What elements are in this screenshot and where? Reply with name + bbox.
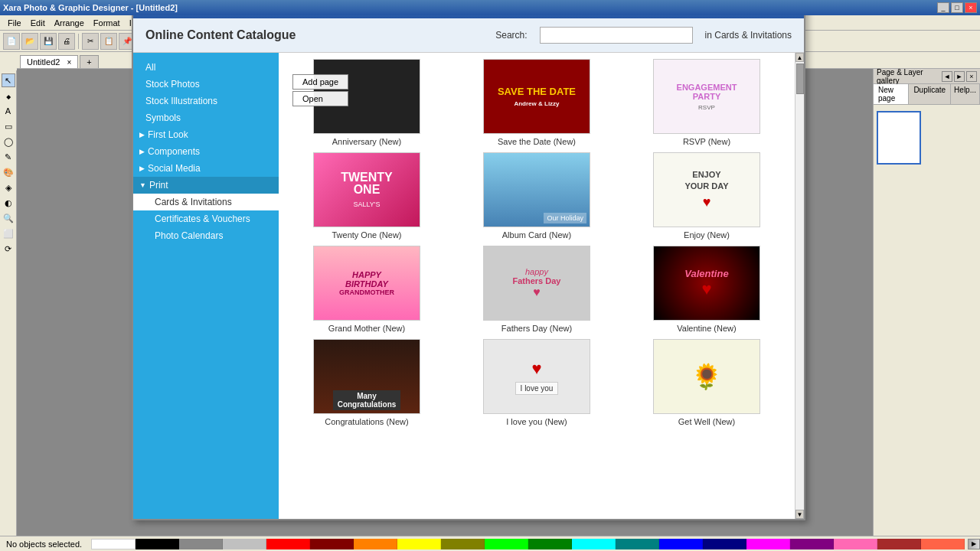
toolbar-cut[interactable]: ✂ bbox=[82, 33, 99, 50]
catalogue-nav: All Stock Photos Stock Illustrations Sym… bbox=[133, 53, 279, 519]
panel-tabs: New page Duplicate Help... bbox=[874, 84, 980, 105]
toolbar-open[interactable]: 📂 bbox=[21, 33, 38, 50]
color-swatch-cyan[interactable] bbox=[572, 539, 616, 549]
tool-fill[interactable]: 🎨 bbox=[2, 165, 15, 179]
color-swatch-pink[interactable] bbox=[834, 539, 877, 549]
nav-group-print[interactable]: ▼ Print bbox=[133, 177, 279, 194]
item-label-congrats: Congratulations (New) bbox=[325, 417, 408, 426]
color-swatch-orange[interactable] bbox=[354, 539, 397, 549]
color-swatch-gray[interactable] bbox=[179, 539, 223, 549]
list-item-iloveyou[interactable]: ♥ I love you Add page Open I love you (N… bbox=[455, 339, 619, 426]
title-bar-controls: _ □ × bbox=[937, 2, 977, 13]
item-label-albumcard: Album Card (New) bbox=[502, 230, 571, 240]
nav-group-first-look[interactable]: ▶ First Look bbox=[133, 126, 279, 143]
maximize-button[interactable]: □ bbox=[951, 2, 963, 13]
list-item-getwell[interactable]: 🌻 Add page Open Get Well (New) bbox=[625, 339, 789, 426]
list-item-valentine[interactable]: Valentine ♥ Add page Open Valentine (New… bbox=[625, 246, 789, 333]
tab-new[interactable]: + bbox=[80, 55, 98, 68]
list-item-rsvp[interactable]: ENGAGEMENT PARTY RSVP Add page Open RSVP… bbox=[625, 59, 789, 146]
tab-untitled2[interactable]: Untitled2 × bbox=[20, 55, 78, 68]
scrollbar-up-btn[interactable]: ▲ bbox=[795, 53, 804, 62]
color-swatch-magenta[interactable] bbox=[746, 539, 790, 549]
tab-close-icon[interactable]: × bbox=[67, 58, 71, 67]
item-thumb-valentine: Valentine ♥ bbox=[653, 246, 760, 321]
tool-crop[interactable]: ⬜ bbox=[2, 227, 15, 240]
list-item-grandma[interactable]: HAPPY BIRTHDAY GRANDMOTHER Add page Open… bbox=[285, 246, 449, 333]
color-swatch-yellow[interactable] bbox=[397, 539, 441, 549]
list-item-savedate[interactable]: SAVE THE DATE Andrew & Lizzy Add page Op… bbox=[455, 59, 619, 146]
nav-item-calendars[interactable]: Photo Calendars bbox=[133, 227, 279, 244]
color-palette-arrow[interactable]: ▶ bbox=[968, 539, 980, 549]
color-swatch-teal[interactable] bbox=[616, 539, 659, 549]
color-swatch-tomato[interactable] bbox=[921, 539, 965, 549]
panel-tab-duplicate[interactable]: Duplicate bbox=[909, 84, 951, 104]
tool-ellipse[interactable]: ◯ bbox=[2, 135, 15, 148]
color-swatch-olive[interactable] bbox=[441, 539, 485, 549]
toolbar-save[interactable]: 💾 bbox=[40, 33, 57, 50]
tool-transparency[interactable]: ◈ bbox=[2, 181, 15, 194]
menu-arrange[interactable]: Arrange bbox=[50, 17, 89, 29]
tools-panel: ↖ ⬥ A ▭ ◯ ✎ 🎨 ◈ ◐ 🔍 ⬜ ⟳ bbox=[0, 70, 17, 536]
color-swatch-white[interactable] bbox=[91, 539, 136, 549]
menu-file[interactable]: File bbox=[3, 17, 26, 29]
list-item-congrats[interactable]: ManyCongratulations Add page Open Congra… bbox=[285, 339, 449, 426]
nav-group-social-media[interactable]: ▶ Social Media bbox=[133, 160, 279, 177]
list-item-fathersday[interactable]: happy Fathers Day ♥ Add page Open Father… bbox=[455, 246, 619, 333]
panel-collapse-btn[interactable]: ◄ bbox=[942, 71, 952, 82]
color-swatch-maroon[interactable] bbox=[310, 539, 354, 549]
nav-item-all[interactable]: All bbox=[133, 59, 279, 76]
list-item-anniversary[interactable]: Add page Open Anniversary (New) bbox=[285, 59, 449, 146]
color-swatch-blue[interactable] bbox=[659, 539, 703, 549]
scrollbar-down-btn[interactable]: ▼ bbox=[795, 510, 804, 519]
color-swatch-green[interactable] bbox=[528, 539, 572, 549]
app-window: Xara Photo & Graphic Designer - [Untitle… bbox=[0, 0, 980, 551]
nav-item-stock-illustrations[interactable]: Stock Illustrations bbox=[133, 93, 279, 109]
search-label: Search: bbox=[495, 30, 527, 41]
panel-tab-new-page[interactable]: New page bbox=[874, 84, 909, 104]
nav-item-stock-photos[interactable]: Stock Photos bbox=[133, 76, 279, 93]
list-item-twentyone[interactable]: TWENTY ONE SALLY'S Add page Open Twenty … bbox=[285, 152, 449, 240]
menu-format[interactable]: Format bbox=[89, 17, 125, 29]
color-swatch-brown[interactable] bbox=[877, 539, 921, 549]
nav-item-cards[interactable]: Cards & Invitations bbox=[133, 194, 279, 210]
toolbar-copy[interactable]: 📋 bbox=[100, 33, 117, 50]
color-swatch-purple[interactable] bbox=[790, 539, 834, 549]
toolbar-new[interactable]: 📄 bbox=[3, 33, 20, 50]
tool-rotate[interactable]: ⟳ bbox=[2, 242, 15, 256]
menu-edit[interactable]: Edit bbox=[26, 17, 50, 29]
panel-tab-help[interactable]: Help... bbox=[951, 84, 980, 104]
catalogue-content-wrapper: Add page Open Anniversary (New) SAVE THE… bbox=[279, 53, 804, 519]
tool-shadow[interactable]: ◐ bbox=[2, 196, 15, 210]
item-thumb-grandma: HAPPY BIRTHDAY GRANDMOTHER bbox=[313, 246, 420, 321]
color-swatch-lime[interactable] bbox=[485, 539, 528, 549]
page-thumb-1[interactable] bbox=[877, 111, 921, 165]
color-swatch-black[interactable] bbox=[136, 539, 179, 549]
color-swatch-navy[interactable] bbox=[703, 539, 746, 549]
right-panel-controls: ◄ ► × bbox=[942, 71, 977, 82]
panel-expand-btn[interactable]: ► bbox=[954, 71, 965, 82]
chevron-right-icon: ▶ bbox=[139, 131, 145, 139]
list-item-enjoy[interactable]: ENJOYYOUR DAY ♥ Add page Open Enjoy (New… bbox=[625, 152, 789, 240]
search-input[interactable] bbox=[540, 27, 693, 44]
tool-select[interactable]: ↖ bbox=[2, 73, 15, 87]
tool-pen[interactable]: ✎ bbox=[2, 150, 15, 164]
close-button[interactable]: × bbox=[965, 2, 977, 13]
add-page-button[interactable]: Add page bbox=[292, 74, 348, 90]
panel-close-btn[interactable]: × bbox=[966, 71, 977, 82]
nav-group-components[interactable]: ▶ Components bbox=[133, 143, 279, 160]
color-swatch-red[interactable] bbox=[266, 539, 310, 549]
toolbar-print[interactable]: 🖨 bbox=[58, 33, 75, 50]
tool-text[interactable]: A bbox=[2, 104, 15, 118]
list-item-albumcard[interactable]: Our Holiday Add page Open Album Card (Ne… bbox=[455, 152, 619, 240]
tool-node[interactable]: ⬥ bbox=[2, 89, 15, 103]
nav-item-symbols[interactable]: Symbols bbox=[133, 109, 279, 126]
tool-zoom[interactable]: 🔍 bbox=[2, 211, 15, 225]
open-button[interactable]: Open bbox=[292, 91, 348, 106]
tool-rectangle[interactable]: ▭ bbox=[2, 119, 15, 133]
scrollbar-thumb[interactable] bbox=[796, 64, 804, 94]
color-swatch-silver[interactable] bbox=[223, 539, 266, 549]
minimize-button[interactable]: _ bbox=[937, 2, 949, 13]
item-thumb-fathersday: happy Fathers Day ♥ bbox=[483, 246, 590, 321]
item-label-twentyone: Twenty One (New) bbox=[332, 230, 401, 240]
nav-item-certificates[interactable]: Certificates & Vouchers bbox=[133, 210, 279, 227]
